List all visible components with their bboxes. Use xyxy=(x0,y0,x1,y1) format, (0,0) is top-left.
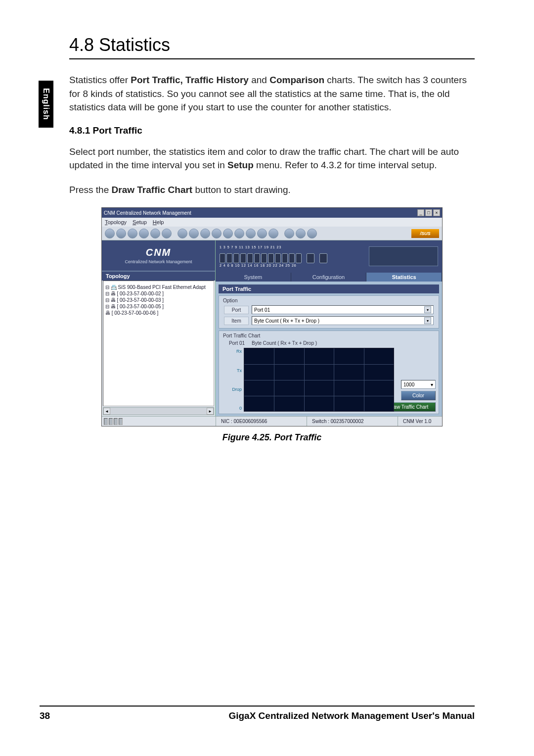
text: and xyxy=(249,75,269,85)
text: Setup xyxy=(227,160,254,170)
menubar: TTopologyopology Setup Help xyxy=(102,218,442,227)
toolbar-icon[interactable] xyxy=(200,229,210,238)
toolbar-icon[interactable] xyxy=(307,229,317,238)
text: Port Traffic, Traffic History xyxy=(131,75,249,85)
option-group: Option Port Port 01 ▾ Item xyxy=(219,295,439,329)
toolbar-icon[interactable] xyxy=(212,229,222,238)
device-info-panel xyxy=(369,246,438,266)
app-screenshot: CNM Centralized Network Management _ □ ×… xyxy=(101,207,443,426)
page-number: 38 xyxy=(40,710,50,721)
chart-port-label: Port 01 xyxy=(222,340,252,346)
figure-caption: Figure 4.25. Port Traffic xyxy=(69,432,475,443)
language-tab: English xyxy=(39,81,53,128)
scroll-right-icon[interactable]: ► xyxy=(207,408,214,415)
intro-paragraph: Statistics offer Port Traffic, Traffic H… xyxy=(69,73,475,114)
footer-title: GigaX Centralized Network Management Use… xyxy=(228,710,475,721)
minimize-button[interactable]: _ xyxy=(417,209,424,216)
option-label: Option xyxy=(222,298,436,304)
status-version: CNM Ver 1.0 xyxy=(398,417,442,426)
tree-row[interactable]: ⊟ 🖷 [ 00-23-57-00-00-02 ] xyxy=(105,290,212,297)
tree-row[interactable]: 🖷 [ 00-23-57-00-00-06 ] xyxy=(105,310,212,316)
chevron-down-icon[interactable]: ▾ xyxy=(431,382,433,387)
horizontal-scrollbar[interactable]: ◄ ► xyxy=(103,407,214,415)
text: Comparison xyxy=(269,75,324,85)
item-select-value: Byte Count ( Rx + Tx + Drop ) xyxy=(254,318,319,324)
tab-configuration[interactable]: Configuration xyxy=(291,273,367,282)
scroll-left-icon[interactable]: ◄ xyxy=(103,408,110,415)
tree-row[interactable]: ⊟ 📇 SiS 900-Based PCI Fast Ethernet Adap… xyxy=(105,284,212,290)
section-heading: 4.8 Statistics xyxy=(69,35,475,59)
tree-row[interactable]: ⊟ 🖷 [ 00-23-57-00-00-03 ] xyxy=(105,297,212,303)
chart-y-labels: Rx Tx Drop 0 xyxy=(222,348,242,412)
tab-row: System Configuration Statistics xyxy=(216,272,442,282)
topology-tree[interactable]: ⊟ 📇 SiS 900-Based PCI Fast Ethernet Adap… xyxy=(103,281,214,406)
topology-header: Topology xyxy=(102,272,215,281)
text: Statistics offer xyxy=(69,75,131,85)
status-switch: Switch : 002357000002 xyxy=(307,417,398,426)
toolbar-icon[interactable] xyxy=(128,229,137,238)
port-numbers-bottom: 2 4 6 8 10 12 14 16 18 20 22 24 25 26 xyxy=(220,264,327,267)
brand-text: CNM xyxy=(146,247,172,258)
chevron-down-icon[interactable]: ▾ xyxy=(424,306,431,313)
brand-subtitle: Centralized Network Management xyxy=(125,259,192,264)
toolbar-icon[interactable] xyxy=(284,229,294,238)
toolbar-icon[interactable] xyxy=(105,229,115,238)
toolbar: /SUS xyxy=(102,227,442,240)
port-numbers-top: 1 3 5 7 9 11 13 15 17 19 21 23 xyxy=(220,245,327,249)
color-button[interactable]: Color xyxy=(401,391,436,400)
text: button to start drawing. xyxy=(192,185,291,195)
item-label: Item xyxy=(224,317,249,325)
text: Press the xyxy=(69,185,112,195)
chart-group: Port Traffic Chart Port 01 Byte Count ( … xyxy=(219,331,439,414)
tree-row[interactable]: ⊟ 🖷 [ 00-23-57-00-00-05 ] xyxy=(105,303,212,310)
toolbar-icon[interactable] xyxy=(223,229,233,238)
subsection-heading: 4.8.1 Port Traffic xyxy=(69,125,475,136)
text: Draw Traffic Chart xyxy=(112,185,193,195)
window-titlebar: CNM Centralized Network Management _ □ × xyxy=(102,208,442,218)
left-banner: CNM Centralized Network Management xyxy=(102,240,215,272)
panel-title: Port Traffic xyxy=(219,284,439,293)
toolbar-icon[interactable] xyxy=(178,229,187,238)
chart-item-label: Byte Count ( Rx + Tx + Drop ) xyxy=(252,340,317,346)
brand-logo: /SUS xyxy=(411,229,439,238)
close-button[interactable]: × xyxy=(433,209,440,216)
paragraph: Press the Draw Traffic Chart button to s… xyxy=(69,183,475,197)
footer-rule xyxy=(40,706,475,707)
traffic-chart xyxy=(244,348,394,412)
window-title: CNM Centralized Network Management xyxy=(104,210,191,216)
port-row xyxy=(220,253,327,263)
toolbar-icon[interactable] xyxy=(189,229,199,238)
maximize-button[interactable]: □ xyxy=(425,209,432,216)
toolbar-icon[interactable] xyxy=(150,229,160,238)
menu-help[interactable]: Help xyxy=(153,219,164,225)
item-select[interactable]: Byte Count ( Rx + Tx + Drop ) ▾ xyxy=(252,316,434,325)
toolbar-icon[interactable] xyxy=(268,229,278,238)
scale-value: 1000 xyxy=(403,382,414,387)
paragraph: Select port number, the statistics item … xyxy=(69,145,475,172)
status-bar: NIC : 00E006095566 Switch : 002357000002… xyxy=(102,416,442,426)
menu-topology[interactable]: TTopologyopology xyxy=(105,219,127,225)
toolbar-icon[interactable] xyxy=(162,229,172,238)
status-nic: NIC : 00E006095566 xyxy=(216,417,307,426)
chart-section-label: Port Traffic Chart xyxy=(222,333,436,339)
scale-select[interactable]: 1000 ▾ xyxy=(401,380,436,389)
toolbar-icon[interactable] xyxy=(257,229,267,238)
toolbar-icon[interactable] xyxy=(139,229,149,238)
port-select-value: Port 01 xyxy=(254,307,270,313)
text: menu. Refer to 4.3.2 for time interval s… xyxy=(254,160,437,170)
device-port-panel: 1 3 5 7 9 11 13 15 17 19 21 23 xyxy=(216,240,442,272)
tab-system[interactable]: System xyxy=(216,273,291,282)
port-select[interactable]: Port 01 ▾ xyxy=(252,305,434,314)
port-label: Port xyxy=(224,306,249,314)
chevron-down-icon[interactable]: ▾ xyxy=(424,317,431,324)
menu-setup[interactable]: Setup xyxy=(133,219,147,225)
toolbar-icon[interactable] xyxy=(234,229,244,238)
toolbar-icon[interactable] xyxy=(296,229,306,238)
toolbar-icon[interactable] xyxy=(116,229,126,238)
tab-statistics[interactable]: Statistics xyxy=(366,273,442,282)
toolbar-icon[interactable] xyxy=(246,229,256,238)
